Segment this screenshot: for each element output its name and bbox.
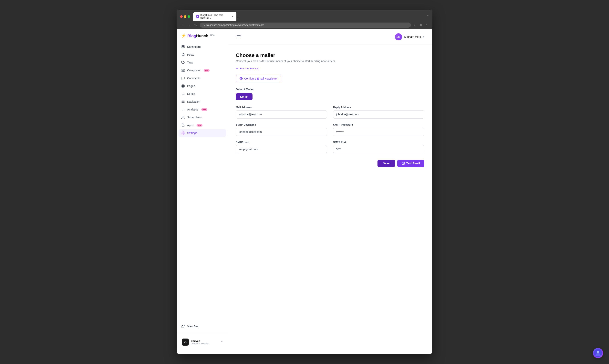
maximize-dot[interactable] [188, 15, 190, 18]
svg-rect-4 [182, 47, 183, 48]
reply-address-group: Reply Address [333, 106, 424, 118]
svg-rect-9 [182, 69, 183, 70]
sidebar: ⚡ BlogHunch BETA Dashboard [177, 29, 228, 354]
svg-rect-11 [182, 71, 183, 72]
minimize-dot[interactable] [184, 15, 186, 18]
user-profile[interactable]: SM Subham Mitra ▾ [395, 33, 424, 40]
default-mailer-label: Default Mailer [236, 88, 424, 91]
back-button[interactable]: ← [180, 22, 186, 28]
svg-point-30 [183, 133, 184, 134]
bookmark-button[interactable]: ☆ [412, 23, 417, 27]
smtp-btn-label: SMTP [240, 95, 248, 98]
sidebar-item-apps[interactable]: Apps New [179, 121, 226, 129]
series-icon [181, 92, 185, 96]
smtp-username-input[interactable] [236, 128, 327, 136]
logo-hunch: Hunch [196, 34, 208, 38]
smtp-username-group: SMTP Username [236, 123, 327, 136]
new-tab-button[interactable]: + [236, 15, 242, 21]
save-button[interactable]: Save [377, 160, 395, 167]
smtp-password-group: SMTP Password [333, 123, 424, 136]
logo-text: BlogHunch [187, 34, 208, 38]
sidebar-footer: </> Codven Current Publication ⌃ [177, 334, 228, 350]
close-dot[interactable] [180, 15, 183, 18]
extension-button[interactable]: ⊞ [418, 23, 423, 27]
gear-icon [240, 77, 243, 80]
browser-titlebar: BlogHunch - The next generati... × + ⌃ [177, 10, 432, 21]
forward-button[interactable]: → [186, 22, 192, 28]
view-blog-section: View Blog [177, 322, 228, 332]
logo-icon: ⚡ [181, 33, 186, 39]
browser-actions: ☆ ⊞ ⋮ [412, 23, 429, 27]
smtp-password-label: SMTP Password [333, 123, 424, 126]
svg-rect-3 [183, 45, 184, 46]
browser-tabs: BlogHunch - The next generati... × + [193, 12, 425, 21]
svg-point-29 [182, 116, 183, 117]
posts-icon [181, 53, 185, 56]
sidebar-label-posts: Posts [187, 53, 194, 56]
browser-chrome: BlogHunch - The next generati... × + ⌃ ←… [177, 10, 432, 29]
sidebar-label-comments: Comments [187, 77, 201, 80]
active-tab[interactable]: BlogHunch - The next generati... × [193, 12, 236, 21]
publication-subtitle: Current Publication [191, 342, 219, 345]
user-name: Subham Mitra [404, 35, 421, 39]
hamburger-line-3 [237, 38, 241, 38]
logo-beta: BETA [210, 34, 215, 36]
sidebar-item-subscribers[interactable]: Subscribers [179, 114, 226, 121]
back-to-settings-link[interactable]: ← Back to Settings [236, 67, 424, 70]
smtp-port-label: SMTP Port [333, 141, 424, 143]
svg-marker-0 [197, 16, 198, 17]
sidebar-item-settings[interactable]: Settings [179, 129, 226, 137]
menu-button[interactable]: ⋮ [424, 23, 429, 27]
settings-icon [181, 131, 185, 135]
sidebar-item-pages[interactable]: Pages [179, 82, 226, 90]
form-actions: Save Test Email [236, 160, 424, 167]
sidebar-label-series: Series [187, 92, 195, 95]
smtp-host-label: SMTP Host [236, 141, 327, 143]
tags-icon [181, 61, 185, 64]
categories-new-badge: New [204, 69, 210, 72]
smtp-host-input[interactable] [236, 145, 327, 153]
sidebar-item-navigation[interactable]: Navigation [179, 98, 226, 105]
floating-user-avatar[interactable] [593, 348, 603, 358]
smtp-port-group: SMTP Port [333, 141, 424, 153]
smtp-password-input[interactable] [333, 128, 424, 136]
tab-title: BlogHunch - The next generati... [200, 14, 230, 19]
back-arrow-icon: ← [236, 67, 239, 70]
publication-switcher[interactable]: </> Codven Current Publication ⌃ [179, 337, 225, 347]
smtp-port-input[interactable] [333, 145, 424, 153]
mail-address-input[interactable] [236, 110, 327, 118]
window-expand[interactable]: ⌃ [427, 15, 429, 18]
hamburger-button[interactable] [236, 35, 241, 39]
smtp-host-group: SMTP Host [236, 141, 327, 153]
refresh-button[interactable]: ↻ [193, 22, 198, 28]
sidebar-item-series[interactable]: Series [179, 90, 226, 98]
smtp-button[interactable]: SMTP [236, 93, 252, 100]
sidebar-label-analytics: Analytics [187, 108, 198, 111]
sidebar-item-comments[interactable]: Comments [179, 75, 226, 82]
test-email-button[interactable]: Test Email [397, 160, 424, 167]
sidebar-label-categories: Categories [187, 69, 201, 72]
reply-address-input[interactable] [333, 110, 424, 118]
apps-new-badge: New [197, 124, 203, 127]
page-subtitle: Connect your own SMTP or use mailer of y… [236, 60, 424, 63]
svg-rect-2 [182, 45, 183, 46]
sidebar-item-categories[interactable]: Categories New [179, 67, 226, 74]
sidebar-item-dashboard[interactable]: Dashboard [179, 43, 226, 51]
back-link-text: Back to Settings [240, 67, 259, 70]
tab-close-button[interactable]: × [232, 15, 233, 18]
svg-rect-5 [183, 47, 184, 48]
user-chevron-icon: ▾ [423, 36, 424, 38]
mailer-form: Mail Address Reply Address SMTP Username [236, 106, 424, 153]
dashboard-icon [181, 45, 185, 49]
configure-email-newsletter-button[interactable]: Configure Email Newsletter [236, 75, 281, 82]
browser-window: BlogHunch - The next generati... × + ⌃ ←… [177, 10, 432, 354]
save-btn-label: Save [383, 162, 389, 165]
sidebar-item-tags[interactable]: Tags [179, 59, 226, 66]
sidebar-label-pages: Pages [187, 84, 195, 88]
sidebar-item-view-blog[interactable]: View Blog [179, 323, 226, 330]
sidebar-item-analytics[interactable]: Analytics New [179, 106, 226, 113]
address-bar[interactable]: bloghunch.com/app/settings/advance/newsl… [200, 23, 411, 28]
mail-address-group: Mail Address [236, 106, 327, 118]
sidebar-item-posts[interactable]: Posts [179, 51, 226, 58]
navigation-icon [181, 100, 185, 104]
